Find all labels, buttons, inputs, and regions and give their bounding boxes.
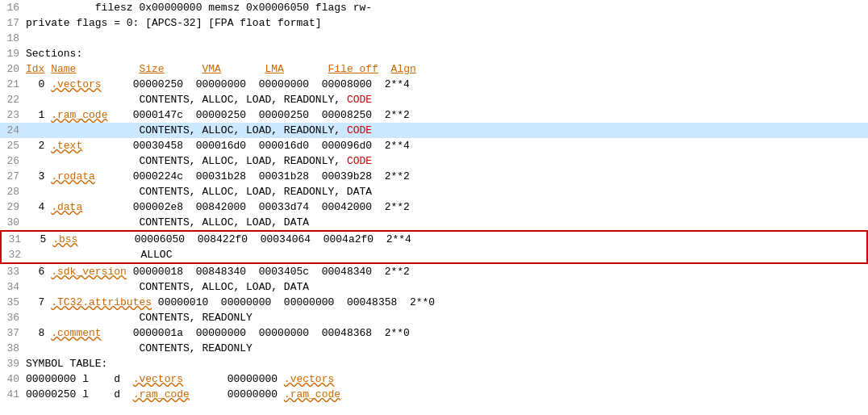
code-line-27: 27 3 .rodata 0000224c 00031b28 00031b28 … (0, 169, 868, 184)
code-line-18: 18 (0, 31, 868, 46)
line-number: 40 (3, 373, 26, 385)
line-number: 41 (3, 388, 26, 400)
code-line-20: 20 Idx Name Size VMA LMA File off Algn (0, 61, 868, 77)
code-line-40: 40 00000000 l d .vectors 00000000 .vecto… (0, 371, 868, 387)
line-content: 00000250 l d .ram_code 00000000 .ram_cod… (26, 388, 340, 400)
code-line-41: 41 00000250 l d .ram_code 00000000 .ram_… (0, 387, 868, 402)
line-content: CONTENTS, READONLY (26, 312, 252, 324)
line-number: 39 (3, 358, 26, 370)
line-content: CONTENTS, ALLOC, LOAD, DATA (26, 216, 309, 228)
line-content: Sections: (26, 48, 82, 60)
code-line-31: 31 5 .bss 00006050 008422f0 00034064 000… (2, 232, 866, 247)
line-number: 20 (3, 63, 26, 75)
code-line-37: 37 8 .comment 0000001a 00000000 00000000… (0, 325, 868, 341)
line-content: CONTENTS, READONLY (26, 342, 252, 354)
line-content: ALLOC (27, 249, 172, 261)
line-content: filesz 0x00000000 memsz 0x00006050 flags… (26, 2, 372, 14)
line-content: 4 .data 000002e8 00842000 00033d74 00042… (26, 201, 410, 213)
line-content: 8 .comment 0000001a 00000000 00000000 00… (26, 327, 410, 339)
line-number: 21 (3, 78, 26, 90)
line-number: 31 (5, 233, 27, 245)
outlined-group: 31 5 .bss 00006050 008422f0 00034064 000… (0, 230, 868, 264)
line-content: CONTENTS, ALLOC, LOAD, DATA (26, 281, 309, 293)
line-number: 33 (3, 266, 26, 278)
code-line-21: 21 0 .vectors 00000250 00000000 00000000… (0, 77, 868, 92)
code-line-29: 29 4 .data 000002e8 00842000 00033d74 00… (0, 199, 868, 215)
line-number: 25 (3, 140, 26, 152)
line-content: SYMBOL TABLE: (26, 358, 107, 370)
line-number: 22 (3, 94, 26, 106)
line-number: 17 (3, 17, 26, 29)
line-number: 29 (3, 201, 26, 213)
line-number: 37 (3, 327, 26, 339)
code-line-17: 17 private flags = 0: [APCS-32] [FPA flo… (0, 15, 868, 31)
line-number: 27 (3, 170, 26, 182)
line-content: 3 .rodata 0000224c 00031b28 00031b28 000… (26, 170, 410, 182)
line-content: Idx Name Size VMA LMA File off Algn (26, 63, 416, 75)
line-number: 19 (3, 48, 26, 60)
code-line-39: 39 SYMBOL TABLE: (0, 356, 868, 371)
line-number: 28 (3, 186, 26, 198)
line-content: 0 .vectors 00000250 00000000 00000000 00… (26, 78, 410, 90)
line-number: 18 (3, 32, 26, 44)
line-content: CONTENTS, ALLOC, LOAD, READONLY, CODE (26, 94, 372, 106)
line-number: 32 (5, 249, 27, 261)
code-line-22: 22 CONTENTS, ALLOC, LOAD, READONLY, CODE (0, 92, 868, 107)
code-line-26: 26 CONTENTS, ALLOC, LOAD, READONLY, CODE (0, 153, 868, 169)
line-content: 1 .ram_code 0000147c 00000250 00000250 0… (26, 109, 410, 121)
line-number: 35 (3, 296, 26, 308)
code-line-32: 32 ALLOC (2, 247, 866, 262)
line-content: 00000000 l d .vectors 00000000 .vectors (26, 373, 334, 385)
line-number: 38 (3, 342, 26, 354)
line-number: 36 (3, 312, 26, 324)
line-number: 34 (3, 281, 26, 293)
code-line-33: 33 6 .sdk_version 00000018 00848340 0003… (0, 264, 868, 279)
line-number: 16 (3, 2, 26, 14)
code-line-35: 35 7 .TC32.attributes 00000010 00000000 … (0, 295, 868, 310)
line-content: 7 .TC32.attributes 00000010 00000000 000… (26, 296, 435, 308)
line-content: 5 .bss 00006050 008422f0 00034064 0004a2… (27, 233, 411, 245)
line-content: 2 .text 00030458 000016d0 000016d0 00009… (26, 140, 410, 152)
line-content: CONTENTS, ALLOC, LOAD, READONLY, DATA (26, 186, 372, 198)
line-content: private flags = 0: [APCS-32] [FPA float … (26, 17, 322, 29)
line-content: 6 .sdk_version 00000018 00848340 0003405… (26, 266, 410, 278)
code-line-16: 16 filesz 0x00000000 memsz 0x00006050 fl… (0, 0, 868, 15)
code-line-24: 24 CONTENTS, ALLOC, LOAD, READONLY, CODE (0, 123, 868, 138)
code-line-36: 36 CONTENTS, READONLY (0, 310, 868, 325)
code-line-38: 38 CONTENTS, READONLY (0, 341, 868, 356)
line-content: CONTENTS, ALLOC, LOAD, READONLY, CODE (26, 155, 372, 167)
code-line-19: 19 Sections: (0, 46, 868, 61)
line-content: CONTENTS, ALLOC, LOAD, READONLY, CODE (26, 124, 372, 136)
line-number: 30 (3, 216, 26, 228)
code-line-30: 30 CONTENTS, ALLOC, LOAD, DATA (0, 215, 868, 230)
code-line-34: 34 CONTENTS, ALLOC, LOAD, DATA (0, 279, 868, 295)
code-view: 16 filesz 0x00000000 memsz 0x00006050 fl… (0, 0, 868, 415)
line-number: 26 (3, 155, 26, 167)
code-line-25: 25 2 .text 00030458 000016d0 000016d0 00… (0, 138, 868, 153)
code-line-28: 28 CONTENTS, ALLOC, LOAD, READONLY, DATA (0, 184, 868, 199)
line-number: 23 (3, 109, 26, 121)
line-number: 24 (3, 124, 26, 136)
code-line-23: 23 1 .ram_code 0000147c 00000250 0000025… (0, 107, 868, 123)
